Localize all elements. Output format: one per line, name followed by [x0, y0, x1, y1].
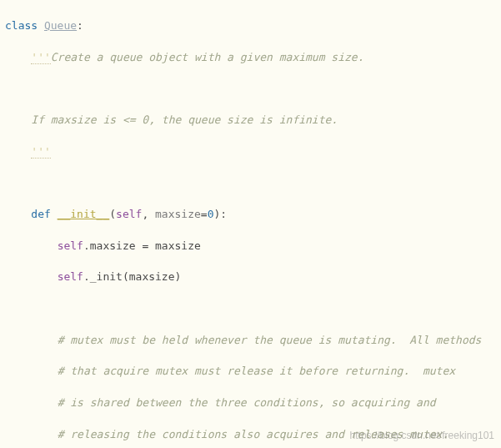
blank-line: [5, 301, 501, 317]
stmt-maxsize: self.maxsize = maxsize: [5, 239, 501, 254]
line-class-decl: class Queue:: [5, 18, 501, 34]
comment-mutex3: # is shared between the three conditions…: [5, 395, 501, 411]
comment-mutex1: # mutex must be held whenever the queue …: [5, 333, 501, 349]
comment-mutex2: # that acquire mutex must release it bef…: [5, 364, 501, 380]
watermark-text: https://blog.csdn.net/freeking101: [350, 429, 494, 443]
code-editor: class Queue: '''Create a queue object wi…: [0, 0, 501, 448]
stmt-init: self._init(maxsize): [5, 269, 501, 285]
docstring-line2: If maxsize is <= 0, the queue size is in…: [5, 113, 501, 128]
docstring-close: ''': [5, 144, 501, 160]
keyword-class: class: [5, 19, 38, 32]
class-name: Queue: [44, 19, 77, 32]
method-name: __init__: [58, 208, 110, 220]
def-line: def __init__(self, maxsize=0):: [5, 207, 501, 223]
docstring-line1: '''Create a queue object with a given ma…: [5, 50, 501, 66]
blank-line: [5, 81, 501, 97]
blank-line: [5, 175, 501, 191]
